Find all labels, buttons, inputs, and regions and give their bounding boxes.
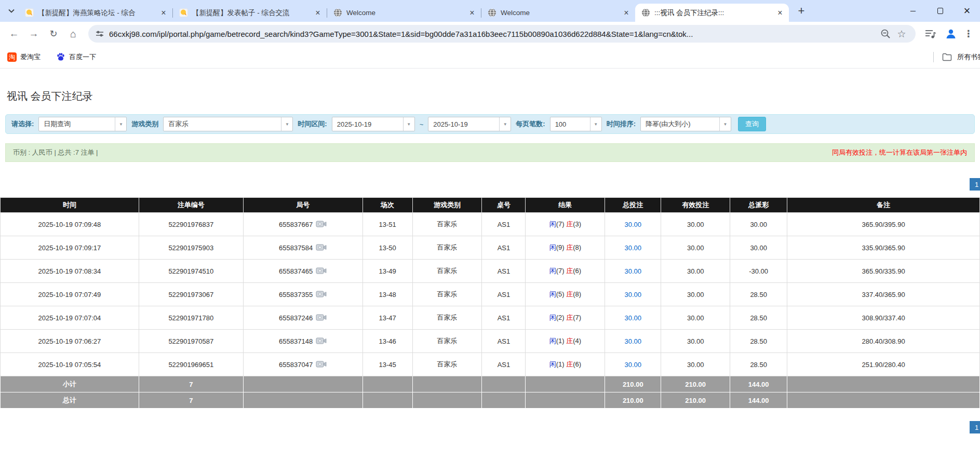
query-button[interactable]: 查询 — [738, 117, 766, 131]
round-id-text: 655837355 — [279, 291, 313, 299]
date-to-select[interactable]: 2025-10-19 — [428, 117, 511, 131]
result-player-label: 闲 — [549, 220, 556, 228]
video-replay-icon[interactable] — [316, 337, 327, 345]
total-bet-link[interactable]: 30.00 — [625, 314, 642, 322]
tab-search-chevron-icon[interactable] — [4, 4, 19, 18]
game-type-select[interactable]: 百家乐 — [163, 117, 293, 131]
cell-payout: 28.50 — [730, 283, 787, 306]
cell-remark: 308.90/337.40 — [787, 306, 980, 330]
date-from-select[interactable]: 2025-10-19 — [332, 117, 415, 131]
url-text[interactable]: 66cxkj98.com/ipl/portal.php/game/betreco… — [109, 30, 875, 38]
tab-close-icon[interactable] — [775, 8, 785, 18]
video-replay-icon[interactable] — [316, 220, 327, 228]
cell-game-type: 百家乐 — [412, 353, 482, 376]
result-banker-value: (6) — [573, 360, 581, 368]
page-number-button[interactable]: 1 — [970, 178, 980, 191]
table-row: 2025-10-19 07:05:54 522901969651 6558370… — [1, 353, 980, 376]
tab-close-icon[interactable] — [622, 8, 631, 18]
browser-tab-active[interactable]: :::视讯 会员下注纪录::: — [635, 4, 789, 22]
tab-close-icon[interactable] — [159, 8, 168, 18]
home-button[interactable] — [64, 25, 82, 43]
grand-total-payout: 144.00 — [730, 392, 787, 409]
browser-tab[interactable]: 【新提醒】海燕策略论坛 - 综合 — [19, 4, 172, 22]
query-type-select[interactable]: 日期查询 — [38, 117, 127, 131]
video-replay-icon[interactable] — [316, 360, 327, 369]
site-info-icon[interactable] — [96, 30, 104, 38]
forward-button[interactable] — [25, 25, 43, 43]
cell-round-id: 655837355 — [243, 283, 363, 306]
all-bookmarks[interactable]: 所有书签 — [933, 52, 980, 62]
back-button[interactable] — [5, 25, 23, 43]
total-bet-link[interactable]: 30.00 — [625, 337, 642, 345]
total-bet-link[interactable]: 30.00 — [625, 291, 642, 299]
chevron-down-icon[interactable] — [499, 117, 511, 131]
browser-tab[interactable]: 【新提醒】发表帖子 - 综合交流 — [173, 4, 327, 22]
cell-valid-bet: 30.00 — [661, 236, 730, 260]
chevron-down-icon[interactable] — [115, 117, 126, 131]
summary-bar: 币别 : 人民币 | 总共 :7 注单 | 同局有效投注，统一计算在该局第一张注… — [5, 143, 975, 162]
sort-label: 时间排序: — [607, 119, 636, 129]
cell-total-bet: 30.00 — [605, 353, 661, 376]
chevron-down-icon[interactable] — [403, 117, 414, 131]
cell-game-type: 百家乐 — [412, 330, 482, 353]
address-bar[interactable]: 66cxkj98.com/ipl/portal.php/game/betreco… — [88, 25, 916, 43]
taobao-icon — [7, 52, 17, 62]
video-replay-icon[interactable] — [316, 290, 327, 299]
new-tab-button[interactable] — [794, 4, 809, 18]
tab-title: Welcome — [346, 9, 463, 17]
cell-result: 闲(9) 庄(8) — [526, 236, 605, 260]
cell-payout: 28.50 — [730, 306, 787, 330]
cell-time: 2025-10-19 07:09:17 — [1, 236, 139, 260]
reload-button[interactable] — [45, 25, 62, 43]
browser-tab[interactable]: Welcome — [481, 4, 635, 22]
sort-select[interactable]: 降幂(由大到小) — [640, 117, 731, 131]
tab-strip: 【新提醒】海燕策略论坛 - 综合 【新提醒】发表帖子 - 综合交流 Welcom… — [0, 0, 980, 22]
cell-session: 13-48 — [363, 283, 412, 306]
video-replay-icon[interactable] — [316, 267, 327, 275]
close-window-button[interactable] — [962, 6, 972, 16]
notice-text: 同局有效投注，统一计算在该局第一张注单内 — [832, 148, 967, 157]
subtotal-total-bet: 210.00 — [605, 376, 661, 392]
col-result: 结果 — [526, 198, 605, 213]
maximize-button[interactable] — [935, 6, 945, 16]
cell-bet-id: 522901970587 — [139, 330, 243, 353]
cell-bet-id: 522901969651 — [139, 353, 243, 376]
col-round-id: 局号 — [243, 198, 363, 213]
video-replay-icon[interactable] — [316, 243, 327, 252]
zoom-out-icon[interactable] — [880, 29, 891, 39]
browser-tab[interactable]: Welcome — [327, 4, 481, 22]
minimize-button[interactable] — [908, 6, 918, 16]
subtotal-valid-bet: 210.00 — [661, 376, 730, 392]
chevron-down-icon[interactable] — [590, 117, 601, 131]
chevron-down-icon[interactable] — [719, 117, 731, 131]
cell-game-type: 百家乐 — [412, 283, 482, 306]
tab-close-icon[interactable] — [467, 8, 477, 18]
currency-summary: 币别 : 人民币 | 总共 :7 注单 | — [13, 148, 98, 157]
result-player-label: 闲 — [549, 267, 556, 275]
forum-favicon-icon — [25, 8, 34, 17]
tab-close-icon[interactable] — [313, 8, 323, 18]
bookmark-aitaobao[interactable]: 爱淘宝 — [7, 52, 41, 62]
bookmark-star-icon[interactable] — [895, 27, 908, 40]
media-controls-icon[interactable] — [925, 29, 936, 39]
bookmark-baidu[interactable]: 百度一下 — [56, 52, 96, 62]
video-replay-icon[interactable] — [316, 314, 327, 322]
total-bet-link[interactable]: 30.00 — [625, 221, 642, 228]
col-total-bet: 总投注 — [605, 198, 661, 213]
chevron-down-icon[interactable] — [281, 117, 292, 131]
total-bet-link[interactable]: 30.00 — [625, 361, 642, 369]
browser-menu-icon[interactable] — [962, 25, 975, 43]
cell-time: 2025-10-19 07:07:49 — [1, 283, 139, 306]
page-size-label: 每页笔数: — [516, 119, 545, 129]
cell-remark: 337.40/365.90 — [787, 283, 980, 306]
page-number-button[interactable]: 1 — [970, 421, 980, 433]
total-bet-link[interactable]: 30.00 — [625, 267, 642, 275]
date-range-tilde: ~ — [420, 120, 424, 128]
cell-round-id: 655837148 — [243, 330, 363, 353]
cell-time: 2025-10-19 07:08:34 — [1, 260, 139, 283]
table-row: 2025-10-19 07:09:17 522901975903 6558375… — [1, 236, 980, 260]
cell-bet-id: 522901973067 — [139, 283, 243, 306]
profile-avatar[interactable] — [945, 28, 957, 40]
page-size-select[interactable]: 100 — [550, 117, 602, 131]
total-bet-link[interactable]: 30.00 — [625, 244, 642, 252]
